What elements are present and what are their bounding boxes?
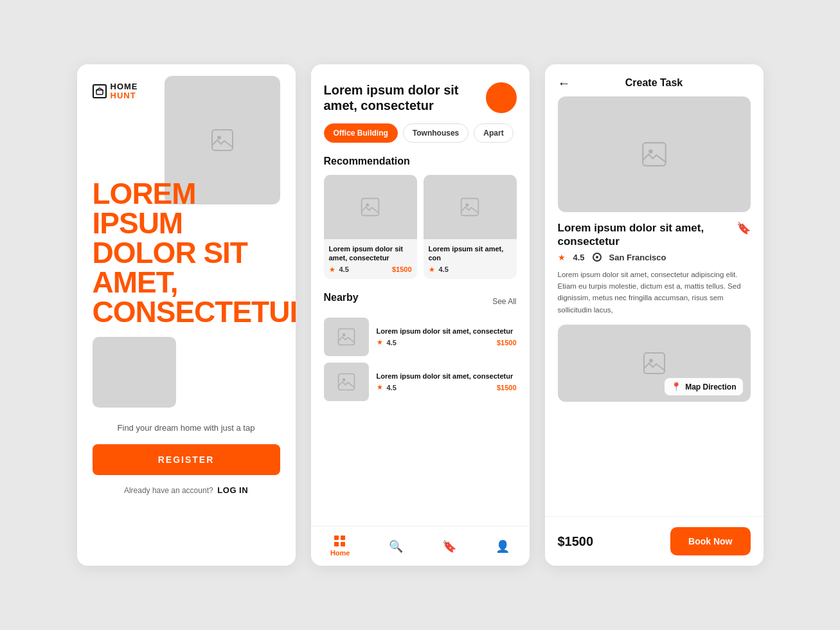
tagline: Find your dream home with just a tap [93, 423, 280, 433]
book-now-button[interactable]: Book Now [670, 527, 750, 555]
star-icon-2: ★ [429, 266, 435, 274]
home-icon [96, 87, 103, 95]
svg-rect-13 [644, 353, 665, 374]
price-1: $1500 [392, 266, 412, 273]
detail-hero-image [558, 96, 751, 212]
nearby-star-2: ★ [377, 383, 383, 392]
map-pin-icon: 📍 [671, 382, 681, 392]
nearby-rating-1: 4.5 [387, 339, 397, 346]
detail-screen: ← Create Task Lorem ipsum dolor sit amet… [545, 64, 764, 566]
recommendation-label: Recommendation [324, 156, 517, 167]
home-screen: Lorem ipsum dolor sit amet, consectetur … [311, 64, 530, 566]
recommendation-cards: Lorem ipsum dolor sit amet, consectetur … [324, 175, 517, 279]
back-button[interactable]: ← [558, 76, 571, 91]
detail-location: San Francisco [609, 253, 666, 262]
card-title-2: Lorem ipsum sit amet, con [429, 244, 512, 263]
svg-rect-3 [362, 199, 379, 216]
map-direction-button[interactable]: 📍 Map Direction [665, 378, 742, 395]
logo-icon [93, 84, 107, 98]
card-placeholder-icon-1 [361, 197, 380, 217]
screen3-title: Create Task [625, 77, 683, 89]
svg-point-14 [649, 359, 653, 363]
tab-apart[interactable]: Apart [474, 123, 513, 143]
logo-hunt-text: HUNT [111, 91, 138, 100]
nearby-meta-2: ★ 4.5 $1500 [377, 383, 517, 392]
nearby-item-2[interactable]: Lorem ipsum dolor sit amet, consectetur … [311, 363, 530, 401]
detail-price: $1500 [558, 534, 594, 549]
nav-profile[interactable]: 👤 [496, 539, 510, 554]
detail-title: Lorem ipsum dolor sit amet, consectetur [558, 221, 712, 249]
nearby-price-2: $1500 [497, 384, 517, 392]
bottom-nav: Home 🔍 🔖 👤 [311, 526, 530, 566]
tab-office-building[interactable]: Office Building [324, 123, 398, 143]
nearby-star-1: ★ [377, 338, 383, 346]
detail-meta-row: ★ 4.5 San Francisco [545, 253, 764, 262]
nearby-image-1 [324, 318, 369, 356]
recommendation-card-1[interactable]: Lorem ipsum dolor sit amet, consectetur … [324, 175, 417, 279]
card-meta-2: ★ 4.5 [429, 266, 512, 274]
detail-bottom-bar: $1500 Book Now [545, 516, 764, 566]
card-image-1 [324, 175, 417, 239]
bookmark-icon: 🔖 [442, 539, 456, 554]
nearby-header: Nearby See All [311, 292, 530, 311]
category-tabs: Office Building Townhouses Apart [324, 123, 517, 143]
map-direction-label: Map Direction [685, 382, 736, 392]
map-placeholder-icon [643, 352, 666, 375]
svg-rect-1 [212, 130, 233, 150]
svg-point-4 [366, 203, 369, 206]
svg-point-12 [648, 149, 653, 154]
svg-point-2 [217, 136, 221, 140]
screen2-top: Lorem ipsum dolor sit amet, consectetur … [311, 64, 530, 292]
login-link[interactable]: LOG IN [217, 485, 248, 495]
nearby-label: Nearby [324, 292, 359, 303]
decorative-block [93, 337, 176, 408]
logo-home-text: HOME [111, 82, 138, 91]
svg-point-10 [342, 378, 345, 381]
card-title-1: Lorem ipsum dolor sit amet, consectetur [329, 244, 412, 263]
map-box: 📍 Map Direction [558, 325, 751, 402]
recommendation-card-2[interactable]: Lorem ipsum sit amet, con ★ 4.5 [424, 175, 517, 279]
hero-text: LOREM IPSUM DOLOR SIT AMET, CONSECTETUR [93, 179, 280, 327]
detail-description: Lorem ipsum dolor sit amet, consectetur … [545, 269, 764, 316]
profile-icon: 👤 [496, 539, 510, 554]
logo: HOME HUNT [93, 82, 138, 101]
nearby-item-1[interactable]: Lorem ipsum dolor sit amet, consectetur … [311, 318, 530, 356]
detail-hero-placeholder-icon [641, 141, 667, 167]
card-body-2: Lorem ipsum sit amet, con ★ 4.5 [424, 239, 517, 279]
notification-dot[interactable] [486, 82, 517, 113]
svg-rect-7 [338, 328, 354, 345]
nearby-info-2: Lorem ipsum dolor sit amet, consectetur … [377, 372, 517, 392]
detail-bookmark-icon[interactable]: 🔖 [737, 221, 751, 235]
login-prompt: Already have an account? LOG IN [93, 485, 280, 495]
screen3-topbar: ← Create Task [545, 64, 764, 96]
search-icon: 🔍 [389, 539, 403, 554]
nearby-meta-1: ★ 4.5 $1500 [377, 338, 517, 346]
nav-search[interactable]: 🔍 [389, 539, 403, 554]
card-placeholder-icon-2 [460, 197, 479, 217]
nearby-info-1: Lorem ipsum dolor sit amet, consectetur … [377, 327, 517, 346]
placeholder-image-icon [211, 129, 234, 152]
card-image-2 [424, 175, 517, 239]
screen2-header-row: Lorem ipsum dolor sit amet, consectetur [324, 82, 517, 113]
card-body-1: Lorem ipsum dolor sit amet, consectetur … [324, 239, 417, 279]
nearby-placeholder-icon-1 [337, 328, 355, 346]
tab-townhouses[interactable]: Townhouses [403, 123, 469, 143]
nearby-placeholder-icon-2 [337, 373, 355, 391]
detail-rating: 4.5 [573, 253, 585, 262]
screen1-content: LOREM IPSUM DOLOR SIT AMET, CONSECTETUR … [77, 179, 296, 566]
register-button[interactable]: REGISTER [93, 444, 280, 475]
login-screen: HOME HUNT LOREM IPSUM DOLOR SIT AMET, CO… [77, 64, 296, 566]
home-grid-icon [334, 536, 346, 547]
rating-2: 4.5 [439, 266, 449, 273]
nav-home[interactable]: Home [330, 536, 350, 557]
nav-saved[interactable]: 🔖 [442, 539, 456, 554]
nearby-title-2: Lorem ipsum dolor sit amet, consectetur [377, 372, 517, 381]
see-all-button[interactable]: See All [492, 297, 516, 306]
nearby-price-1: $1500 [497, 339, 517, 346]
nearby-title-1: Lorem ipsum dolor sit amet, consectetur [377, 327, 517, 336]
rating-1: 4.5 [339, 266, 349, 273]
star-icon-1: ★ [329, 266, 335, 274]
logo-text: HOME HUNT [111, 82, 138, 101]
card-meta-1: ★ 4.5 $1500 [329, 266, 412, 274]
svg-rect-0 [96, 90, 103, 94]
